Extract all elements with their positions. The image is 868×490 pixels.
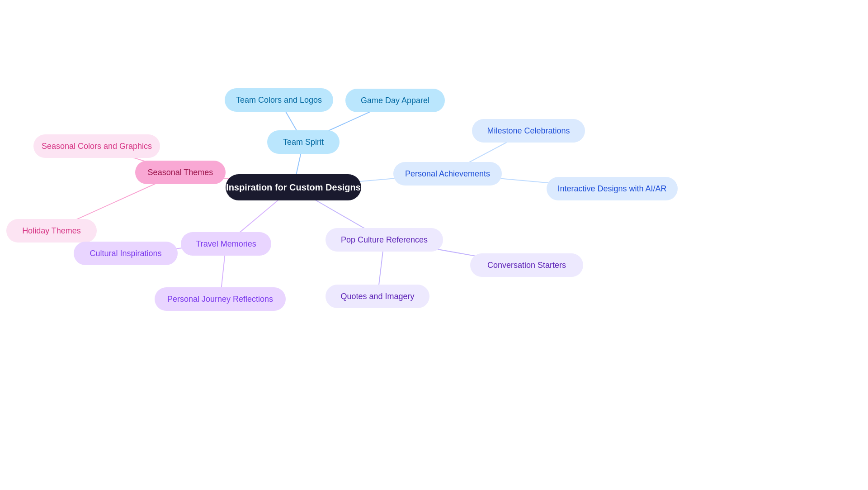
- seasonal-themes-node[interactable]: Seasonal Themes: [135, 161, 226, 184]
- game-day-node[interactable]: Game Day Apparel: [345, 89, 445, 112]
- cultural-node[interactable]: Cultural Inspirations: [74, 242, 178, 265]
- pop-culture-node[interactable]: Pop Culture References: [326, 228, 443, 252]
- personal-achievements-node[interactable]: Personal Achievements: [393, 162, 502, 186]
- team-colors-node[interactable]: Team Colors and Logos: [225, 88, 333, 112]
- holiday-themes-node[interactable]: Holiday Themes: [6, 219, 97, 243]
- interactive-node[interactable]: Interactive Designs with AI/AR: [547, 177, 678, 200]
- quotes-node[interactable]: Quotes and Imagery: [326, 285, 429, 308]
- milestone-node[interactable]: Milestone Celebrations: [472, 119, 585, 143]
- team-spirit-node[interactable]: Team Spirit: [267, 130, 340, 154]
- travel-memories-node[interactable]: Travel Memories: [181, 232, 271, 256]
- center-node[interactable]: Inspiration for Custom Designs: [226, 174, 361, 200]
- personal-journey-node[interactable]: Personal Journey Reflections: [155, 287, 286, 311]
- conversation-node[interactable]: Conversation Starters: [470, 253, 583, 277]
- seasonal-colors-node[interactable]: Seasonal Colors and Graphics: [33, 134, 160, 158]
